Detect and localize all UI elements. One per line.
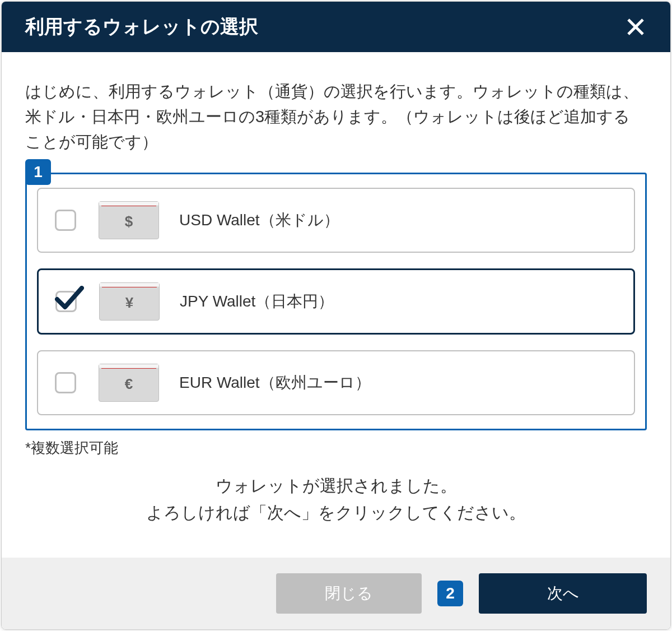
checkbox-usd[interactable] — [55, 210, 76, 231]
currency-card-eur: € — [99, 364, 159, 402]
status-line-2: よろしければ「次へ」をクリックしてください。 — [25, 499, 647, 526]
wallet-list: $ USD Wallet（米ドル） ¥ JPY Wallet（日本円） — [25, 173, 647, 430]
status-message: ウォレットが選択されました。 よろしければ「次へ」をクリックしてください。 — [25, 472, 647, 526]
close-icon[interactable] — [624, 16, 647, 38]
next-button[interactable]: 次へ — [479, 573, 647, 614]
wallet-label-eur: EUR Wallet（欧州ユーロ） — [179, 372, 371, 393]
modal-title: 利用するウォレットの選択 — [25, 14, 258, 40]
wallet-row-jpy[interactable]: ¥ JPY Wallet（日本円） — [37, 268, 635, 335]
wallet-row-usd[interactable]: $ USD Wallet（米ドル） — [37, 188, 635, 253]
status-line-1: ウォレットが選択されました。 — [25, 472, 647, 499]
euro-icon: € — [125, 375, 133, 393]
footnote: *複数選択可能 — [25, 438, 647, 458]
step-badge-2: 2 — [437, 581, 463, 606]
checkmark-icon — [55, 286, 84, 312]
modal-body: はじめに、利用するウォレット（通貨）の選択を行います。ウォレットの種類は、米ドル… — [2, 52, 670, 558]
close-button[interactable]: 閉じる — [276, 573, 422, 614]
currency-card-jpy: ¥ — [99, 282, 160, 321]
wallet-label-jpy: JPY Wallet（日本円） — [180, 291, 334, 312]
intro-text: はじめに、利用するウォレット（通貨）の選択を行います。ウォレットの種類は、米ドル… — [25, 79, 647, 155]
wallet-row-eur[interactable]: € EUR Wallet（欧州ユーロ） — [37, 350, 635, 415]
currency-card-usd: $ — [99, 201, 159, 239]
wallet-selection-zone: 1 $ USD Wallet（米ドル） ¥ — [25, 173, 647, 430]
wallet-label-usd: USD Wallet（米ドル） — [179, 210, 339, 231]
wallet-select-modal: 利用するウォレットの選択 はじめに、利用するウォレット（通貨）の選択を行います。… — [1, 1, 671, 630]
dollar-icon: $ — [125, 213, 133, 230]
modal-header: 利用するウォレットの選択 — [2, 2, 670, 52]
checkbox-jpy[interactable] — [55, 291, 77, 312]
yen-icon: ¥ — [125, 294, 133, 312]
modal-footer: 閉じる 2 次へ — [2, 558, 670, 629]
checkbox-eur[interactable] — [55, 372, 76, 393]
step-badge-1: 1 — [25, 159, 51, 185]
